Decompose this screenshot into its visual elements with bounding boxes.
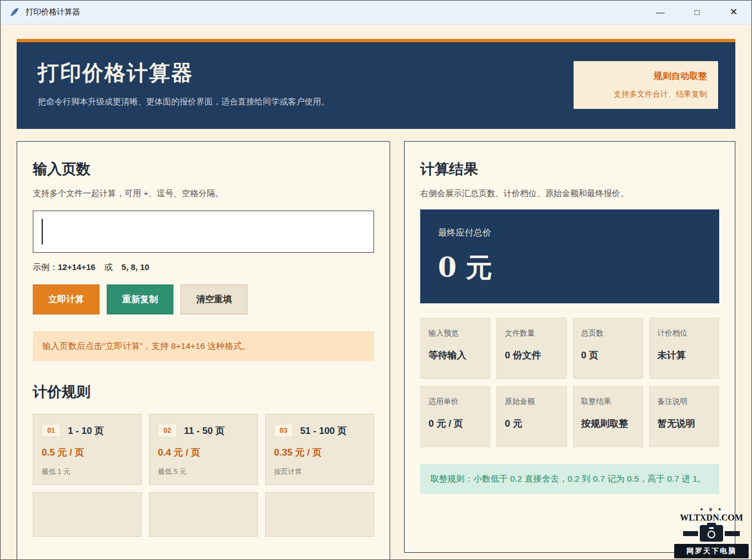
result-panel: 计算结果 右侧会展示汇总页数、计价档位、原始金额和最终报价。 最终应付总价 0 …	[404, 141, 735, 553]
pricing-rules-grid: 01 1 - 10 页 0.5 元 / 页 最低 1 元 02 11 - 50 …	[33, 414, 374, 485]
feature-badge: 规则自动取整 支持多文件合计、结果复制	[574, 61, 718, 109]
stat-raw-amount: 原始金额 0 元	[496, 386, 566, 447]
total-price-value: 0 元	[438, 250, 701, 286]
hint-message: 输入页数后点击“立即计算”，支持 8+14+16 这种格式。	[33, 331, 374, 361]
rule-index-badge: 03	[274, 424, 293, 437]
copy-result-button[interactable]: 重新复制	[107, 284, 173, 314]
app-feather-icon	[9, 7, 20, 18]
input-panel: 输入页数 支持多个文件一起计算，可用 +、逗号、空格分隔。 示例：12+14+1…	[17, 141, 390, 560]
rule-note: 最低 1 元	[42, 467, 133, 477]
watermark-name: 网罗天下电脑	[674, 544, 749, 558]
minimize-icon[interactable]: —	[642, 0, 679, 24]
text-caret	[42, 219, 43, 244]
window-controls: — □ ✕	[642, 0, 752, 24]
rule-index-badge: 02	[158, 424, 177, 437]
watermark-site: WLTXDN.COM	[674, 513, 749, 523]
pages-input-wrapper	[33, 211, 374, 253]
example-label: 示例：	[33, 262, 58, 272]
pricing-rules-grid-overflow	[33, 492, 374, 537]
rule-range: 51 - 100 页	[300, 424, 347, 437]
badge-wing-right	[725, 531, 740, 536]
rules-section-title: 计价规则	[33, 382, 374, 402]
stat-input-preview: 输入预览 等待输入	[420, 318, 490, 379]
main-content: 打印价格计算器 把命令行脚本升级成更清晰、更体面的报价界面，适合直接给同学或客户…	[0, 24, 752, 560]
total-price-box: 最终应付总价 0 元	[420, 209, 719, 303]
maximize-icon[interactable]: □	[679, 0, 715, 24]
result-stats-grid: 输入预览 等待输入 文件数量 0 份文件 总页数 0 页 计价档位 未计算 适用…	[420, 318, 719, 447]
rule-price: 0.4 元 / 页	[158, 446, 249, 459]
stat-total-pages: 总页数 0 页	[573, 318, 643, 379]
camera-badge	[674, 525, 749, 542]
rule-card: 02 11 - 50 页 0.4 元 / 页 最低 5 元	[149, 414, 258, 485]
stat-file-count: 文件数量 0 份文件	[496, 318, 566, 379]
window-title: 打印价格计算器	[26, 7, 80, 17]
rule-range: 11 - 50 页	[184, 424, 225, 437]
stat-price-tier: 计价档位 未计算	[649, 318, 719, 379]
stat-unit-price: 适用单价 0 元 / 页	[420, 386, 490, 447]
rounding-rule-note: 取整规则：小数低于 0.2 直接舍去，0.2 到 0.7 记为 0.5，高于 0…	[420, 464, 719, 494]
feature-badge-title: 规则自动取整	[585, 71, 707, 82]
rule-card-partial	[149, 492, 258, 537]
result-section-description: 右侧会展示汇总页数、计价档位、原始金额和最终报价。	[420, 188, 719, 199]
stat-rounding-result: 取整结果 按规则取整	[573, 386, 643, 447]
crown-icon: ✦ ♛ ✦	[674, 507, 749, 512]
camera-icon	[700, 525, 723, 542]
input-section-description: 支持多个文件一起计算，可用 +、逗号、空格分隔。	[33, 188, 374, 199]
rule-note: 最低 5 元	[158, 467, 249, 477]
example-value-1: 12+14+16	[58, 262, 96, 272]
stat-remark: 备注说明 暂无说明	[649, 386, 719, 447]
badge-wing-left	[683, 531, 698, 536]
example-line: 示例：12+14+16或5, 8, 10	[33, 262, 374, 273]
rule-price: 0.5 元 / 页	[42, 446, 133, 459]
result-section-title: 计算结果	[420, 159, 719, 179]
action-buttons: 立即计算 重新复制 清空重填	[33, 284, 374, 314]
rule-index-badge: 01	[42, 424, 61, 437]
pages-input[interactable]	[33, 211, 374, 253]
input-section-title: 输入页数	[33, 159, 374, 179]
rule-card-partial	[33, 492, 142, 537]
title-bar: 打印价格计算器 — □ ✕	[0, 0, 752, 24]
clear-button[interactable]: 清空重填	[181, 284, 247, 314]
total-price-label: 最终应付总价	[438, 227, 701, 239]
rule-range: 1 - 10 页	[68, 424, 104, 437]
rule-price: 0.35 元 / 页	[274, 446, 365, 459]
rule-card: 03 51 - 100 页 0.35 元 / 页 按页计算	[265, 414, 374, 485]
rule-note: 按页计算	[274, 467, 365, 477]
example-value-2: 5, 8, 10	[122, 262, 150, 272]
calculate-button[interactable]: 立即计算	[33, 284, 99, 314]
rule-card: 01 1 - 10 页 0.5 元 / 页 最低 1 元	[33, 414, 142, 485]
example-or: 或	[104, 262, 113, 272]
watermark: ✦ ♛ ✦ WLTXDN.COM 网罗天下电脑	[674, 507, 749, 558]
feature-badge-subtitle: 支持多文件合计、结果复制	[585, 89, 707, 99]
hero-banner: 打印价格计算器 把命令行脚本升级成更清晰、更体面的报价界面，适合直接给同学或客户…	[17, 39, 735, 129]
two-column-layout: 输入页数 支持多个文件一起计算，可用 +、逗号、空格分隔。 示例：12+14+1…	[17, 141, 735, 560]
close-icon[interactable]: ✕	[715, 0, 752, 24]
rule-card-partial	[265, 492, 374, 537]
